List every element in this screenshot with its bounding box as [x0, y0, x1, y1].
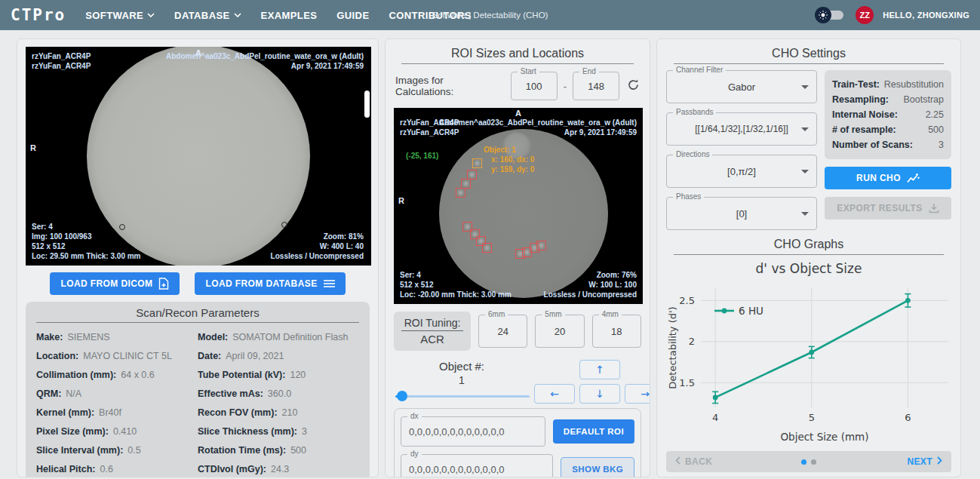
- param-row: Make:SIEMENS Model:SOMATOM Definition Fl…: [36, 327, 359, 346]
- svg-text:1.5: 1.5: [679, 377, 695, 388]
- page-dot-2[interactable]: [811, 459, 816, 465]
- passbands-select[interactable]: Passbands [[1/64,1/32],[1/32,1/16]]: [666, 112, 817, 146]
- next-button[interactable]: NEXT: [907, 456, 942, 467]
- app-logo[interactable]: CTPro: [11, 6, 66, 24]
- viewer-overlay-study: Abdomen^aa023c_AbdPel_routine_wate_ora_w…: [439, 118, 637, 137]
- orientation-marker-r: R: [30, 143, 36, 152]
- load-from-dicom-button[interactable]: LOAD FROM DICOM: [50, 272, 180, 295]
- nudge-pad: ↑ ← ↓ →: [534, 360, 650, 404]
- insights-icon: [907, 173, 920, 184]
- size-6mm-field: 6mm: [478, 315, 527, 348]
- dy-field: dy: [401, 454, 553, 477]
- cho-config-summary: Train-Test:Resubstitution Resampling:Boo…: [825, 70, 951, 159]
- page-title: Software | Detectability (CHO): [432, 11, 548, 20]
- chevron-right-icon: [937, 456, 942, 467]
- viewer-overlay-series: Ser: 4Img: 100 100/963 512 x 512Loc: 29.…: [32, 222, 141, 261]
- size-4mm-input[interactable]: [593, 315, 641, 347]
- roi-panel: ROI Sizes and Locations Images for Calcu…: [385, 38, 650, 477]
- param-row: Slice Interval (mm):0.5 Rotation Time (m…: [36, 441, 359, 459]
- roi-square[interactable]: [456, 188, 465, 198]
- svg-text:2.5: 2.5: [679, 295, 695, 306]
- roi-offsets-group: dx DEFAULT ROI dy SHOW BKG: [394, 408, 641, 477]
- orientation-marker-a: A: [515, 109, 521, 118]
- directions-select[interactable]: Directions [0,π/2]: [666, 155, 817, 188]
- orientation-marker-r: R: [398, 196, 404, 205]
- roi-tuning-button[interactable]: ROI Tuning: ACR: [394, 312, 471, 351]
- svg-text:2: 2: [689, 336, 695, 347]
- cursor-coordinates: (-25, 161): [406, 152, 438, 160]
- nudge-up-button[interactable]: ↑: [579, 360, 620, 379]
- nudge-right-button[interactable]: →: [625, 384, 650, 404]
- dropdown-arrow-icon: [801, 127, 809, 131]
- roi-square-selected[interactable]: [472, 158, 482, 168]
- viewer-scrollbar[interactable]: [364, 91, 370, 118]
- images-for-calculations: Images for Calculations: Start - End: [395, 72, 641, 100]
- cho-settings-title: CHO Settings: [666, 45, 951, 63]
- end-field: End: [573, 72, 619, 100]
- dy-input[interactable]: [401, 455, 552, 477]
- dropdown-arrow-icon: [801, 212, 809, 216]
- slider-track: [395, 395, 530, 398]
- export-results-button[interactable]: EXPORT RESULTS: [825, 197, 951, 220]
- back-button[interactable]: BACK: [675, 456, 712, 467]
- object-number-label: Object #:: [439, 360, 484, 373]
- bb-marker: [281, 222, 287, 228]
- param-row: Collimation (mm):64 x 0.6 Tube Potential…: [36, 365, 359, 384]
- refresh-button[interactable]: [625, 77, 641, 95]
- roi-tuning-row: ROI Tuning: ACR 6mm 5mm 4mm: [394, 312, 641, 351]
- param-row: Kernel (mm):Br40f Recon FOV (mm):210: [36, 403, 359, 422]
- viewer-overlay-display: Zoom: 76%W: 100 L: 100 Lossless / Uncomp…: [544, 270, 637, 299]
- channel-filter-select[interactable]: Channel Filter Gabor: [666, 70, 817, 103]
- dropdown-arrow-icon: [801, 170, 809, 173]
- cho-graphs-title: CHO Graphs: [666, 236, 951, 254]
- avatar[interactable]: ZZ: [856, 6, 874, 24]
- size-5mm-field: 5mm: [535, 315, 584, 348]
- theme-toggle[interactable]: [815, 8, 846, 23]
- viewer-overlay-series: Ser: 4512 x 512 Loc: -20.00 mm Thick: 3.…: [400, 270, 512, 299]
- download-icon: [929, 203, 939, 213]
- run-cho-button[interactable]: RUN CHO: [825, 167, 951, 189]
- chart-title: d' vs Object Size: [666, 261, 951, 276]
- dx-field: dx: [401, 416, 545, 447]
- roi-square[interactable]: [536, 241, 546, 250]
- param-row: Helical Pitch:0.6 CTDIvol (mGy):24.3: [36, 459, 359, 477]
- load-from-database-button[interactable]: LOAD FROM DATABASE: [195, 272, 345, 295]
- svg-text:6 HU: 6 HU: [739, 305, 763, 317]
- roi-square[interactable]: [482, 243, 492, 253]
- default-roi-button[interactable]: DEFAULT ROI: [553, 419, 634, 444]
- navbar-right: ZZ HELLO, ZHONGXING: [815, 6, 969, 24]
- size-6mm-input[interactable]: [479, 315, 527, 347]
- nudge-down-button[interactable]: ↓: [579, 384, 620, 404]
- roi-panel-title: ROI Sizes and Locations: [394, 45, 641, 63]
- menu-database[interactable]: DATABASE: [174, 10, 241, 21]
- menu-database-label: DATABASE: [174, 10, 230, 21]
- show-bkg-button[interactable]: SHOW BKG: [561, 457, 634, 477]
- main-menu: SOFTWARE DATABASE EXAMPLES GUIDE CONTRIB…: [85, 10, 472, 21]
- start-input[interactable]: [512, 72, 557, 100]
- size-5mm-input[interactable]: [536, 315, 583, 347]
- page-dot-1[interactable]: [801, 459, 806, 465]
- roi-square[interactable]: [467, 170, 477, 180]
- menu-guide[interactable]: GUIDE: [336, 10, 369, 21]
- refresh-icon: [627, 82, 640, 94]
- dicom-viewer-main[interactable]: A R rzYuFan_ACR4PrzYuFan_ACR4P Abdomen^a…: [26, 47, 371, 266]
- scan-recon-title: Scan/Recon Parameters: [36, 306, 359, 322]
- menu-examples[interactable]: EXAMPLES: [261, 10, 318, 21]
- menu-software[interactable]: SOFTWARE: [85, 10, 155, 21]
- nudge-left-button[interactable]: ←: [534, 384, 575, 404]
- list-icon: [324, 279, 335, 288]
- phases-select[interactable]: Phases [0]: [666, 197, 817, 230]
- dicom-viewer-roi[interactable]: A R rzYuFan_ACR4PrzYuFan_ACR4P Abdomen^a…: [394, 108, 643, 304]
- page-dots: [801, 459, 816, 465]
- svg-text:Detectability (d'): Detectability (d'): [667, 306, 678, 388]
- menu-software-label: SOFTWARE: [85, 10, 143, 21]
- param-row: QRM:N/A Effective mAs:360.0: [36, 384, 359, 403]
- slider-thumb[interactable]: [397, 391, 407, 401]
- cho-panel: CHO Settings Channel Filter Gabor Passba…: [656, 38, 961, 477]
- load-buttons: LOAD FROM DICOM LOAD FROM DATABASE: [26, 272, 370, 295]
- param-row: Location:MAYO CLINIC CT 5L Date:April 09…: [36, 346, 359, 365]
- images-label: Images for Calculations:: [395, 75, 505, 97]
- dx-input[interactable]: [401, 417, 545, 446]
- end-input[interactable]: [573, 72, 619, 100]
- object-slider[interactable]: [395, 391, 530, 401]
